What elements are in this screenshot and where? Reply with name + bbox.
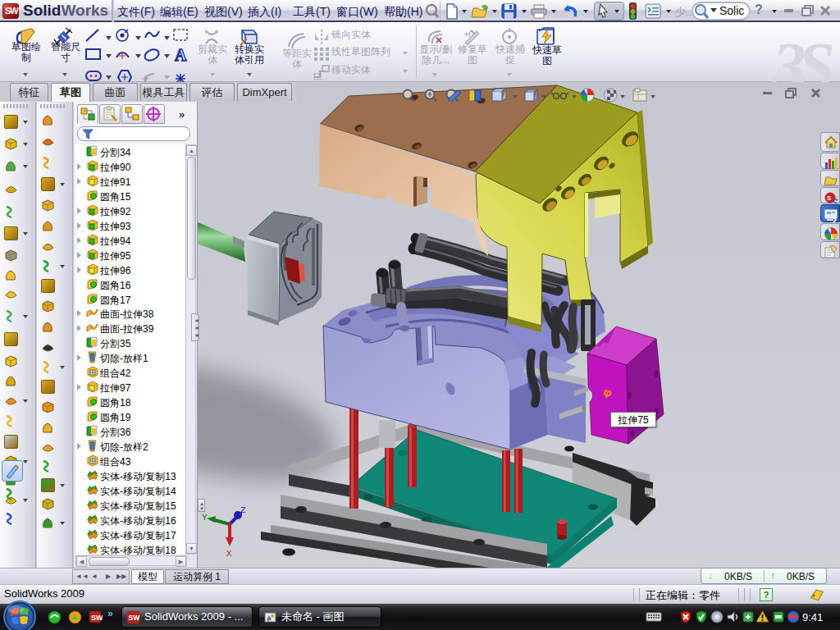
svg-text:S: S [827, 194, 832, 202]
svg-text:Y: Y [202, 513, 208, 523]
svg-text:SW: SW [91, 614, 103, 622]
svg-text:+/: +/ [464, 30, 471, 39]
svg-text:A: A [175, 46, 187, 64]
svg-text:SW: SW [129, 614, 141, 622]
svg-text:Z: Z [240, 505, 246, 515]
svg-text:X: X [226, 549, 232, 559]
